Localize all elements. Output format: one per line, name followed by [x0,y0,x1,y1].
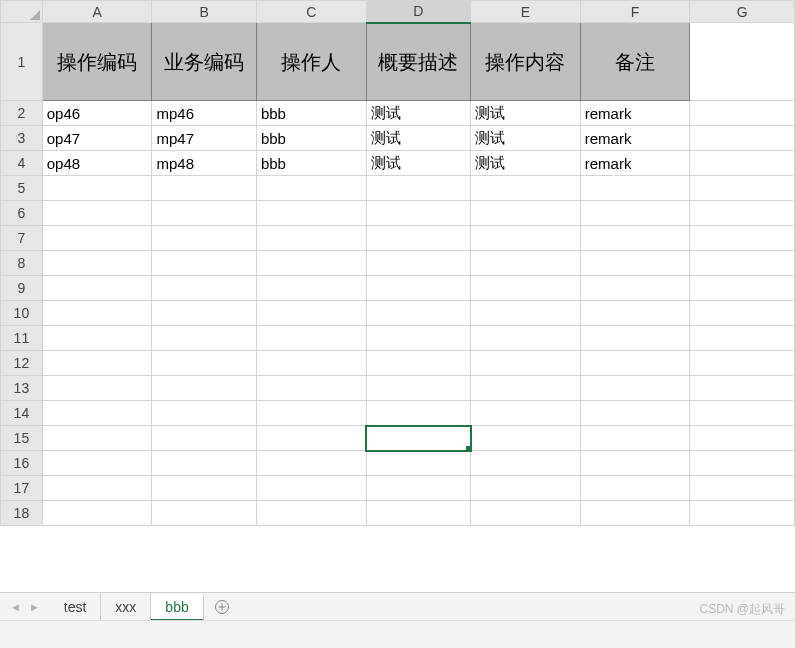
cell[interactable] [580,251,690,276]
cell[interactable] [366,326,470,351]
cell[interactable] [42,301,152,326]
data-header-cell[interactable]: 操作编码 [42,23,152,101]
row-header[interactable]: 6 [1,201,43,226]
cell[interactable] [471,301,581,326]
cell[interactable] [42,226,152,251]
cell[interactable] [471,176,581,201]
cell[interactable] [366,401,470,426]
cell[interactable] [580,226,690,251]
data-header-cell[interactable]: 备注 [580,23,690,101]
cell[interactable] [152,501,256,526]
cell[interactable] [256,476,366,501]
cell[interactable] [580,376,690,401]
cell[interactable] [366,501,470,526]
column-header-E[interactable]: E [471,1,581,23]
cell[interactable] [580,276,690,301]
cell[interactable] [471,401,581,426]
add-sheet-button[interactable] [204,593,240,620]
row-header[interactable]: 16 [1,451,43,476]
data-cell[interactable]: 测试 [471,126,581,151]
cell[interactable] [256,426,366,451]
spreadsheet-grid[interactable]: ABCDEFG1操作编码业务编码操作人概要描述操作内容备注2op46mp46bb… [0,0,795,580]
cell[interactable] [471,501,581,526]
cell[interactable] [471,476,581,501]
data-header-cell[interactable]: 操作人 [256,23,366,101]
data-header-cell[interactable]: 概要描述 [366,23,470,101]
data-cell[interactable]: mp47 [152,126,256,151]
data-header-cell[interactable]: 业务编码 [152,23,256,101]
cell[interactable] [580,501,690,526]
cell[interactable] [42,476,152,501]
cell[interactable] [256,226,366,251]
cell[interactable] [580,176,690,201]
cell[interactable] [256,276,366,301]
cell[interactable] [42,351,152,376]
row-header[interactable]: 7 [1,226,43,251]
cell[interactable] [256,251,366,276]
cell[interactable] [690,376,795,401]
column-header-C[interactable]: C [256,1,366,23]
cell[interactable] [152,376,256,401]
cell[interactable] [471,351,581,376]
cell[interactable] [256,176,366,201]
cell[interactable] [42,426,152,451]
column-header-F[interactable]: F [580,1,690,23]
data-cell[interactable]: remark [580,151,690,176]
cell[interactable] [366,276,470,301]
cell[interactable] [690,23,795,101]
row-header[interactable]: 3 [1,126,43,151]
row-header[interactable]: 11 [1,326,43,351]
cell[interactable] [690,176,795,201]
tab-nav-next-icon[interactable]: ► [27,601,42,613]
cell[interactable] [690,251,795,276]
cell[interactable] [690,401,795,426]
select-all-corner[interactable] [1,1,43,23]
tab-nav-prev-icon[interactable]: ◄ [8,601,23,613]
column-header-D[interactable]: D [366,1,470,23]
cell[interactable] [152,276,256,301]
cell[interactable] [256,326,366,351]
row-header[interactable]: 17 [1,476,43,501]
column-header-G[interactable]: G [690,1,795,23]
cell[interactable] [690,101,795,126]
cell[interactable] [42,276,152,301]
cell[interactable] [366,201,470,226]
cell[interactable] [152,426,256,451]
cell[interactable] [42,376,152,401]
cell[interactable] [42,176,152,201]
cell[interactable] [471,326,581,351]
cell[interactable] [152,326,256,351]
cell[interactable] [256,451,366,476]
data-cell[interactable]: remark [580,126,690,151]
cell[interactable] [690,276,795,301]
data-cell[interactable]: remark [580,101,690,126]
cell[interactable] [580,301,690,326]
cell[interactable] [580,351,690,376]
cell[interactable] [471,426,581,451]
cell[interactable] [690,126,795,151]
data-cell[interactable]: bbb [256,151,366,176]
data-cell[interactable]: bbb [256,126,366,151]
data-cell[interactable]: 测试 [366,126,470,151]
cell[interactable] [42,326,152,351]
row-header[interactable]: 5 [1,176,43,201]
cell[interactable] [690,226,795,251]
cell[interactable] [690,326,795,351]
cell[interactable] [580,426,690,451]
cell[interactable] [366,176,470,201]
data-cell[interactable]: 测试 [471,151,581,176]
data-cell[interactable]: op47 [42,126,152,151]
cell[interactable] [690,476,795,501]
row-header[interactable]: 18 [1,501,43,526]
row-header[interactable]: 9 [1,276,43,301]
cell[interactable] [256,351,366,376]
cell[interactable] [152,226,256,251]
cell[interactable] [580,451,690,476]
cell[interactable] [42,251,152,276]
column-header-B[interactable]: B [152,1,256,23]
cell[interactable] [256,401,366,426]
cell[interactable] [42,201,152,226]
cell[interactable] [690,151,795,176]
cell[interactable] [580,326,690,351]
cell[interactable] [366,476,470,501]
